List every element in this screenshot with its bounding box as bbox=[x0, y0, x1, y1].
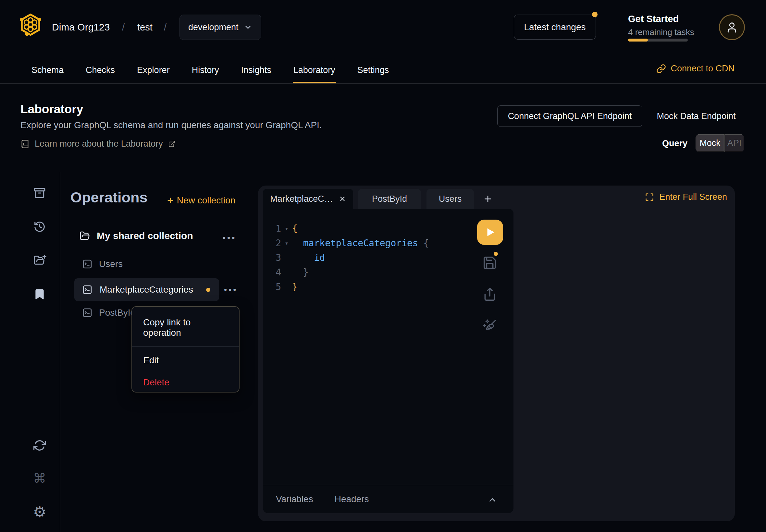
connect-graphql-endpoint-button[interactable]: Connect GraphQL API Endpoint bbox=[497, 105, 642, 127]
fold-arrow[interactable]: ▾ bbox=[281, 221, 292, 236]
learn-more-link[interactable]: Learn more about the Laboratory bbox=[20, 139, 176, 149]
editor-tab-marketplacecategories[interactable]: MarketplaceC… bbox=[263, 189, 353, 209]
query-code[interactable]: 1▾{ 2▾ marketplaceCategories { 3 id 4 } … bbox=[268, 221, 429, 294]
page-title: Laboratory bbox=[20, 103, 83, 116]
variables-headers-bar: Variables Headers bbox=[263, 485, 514, 513]
page-description: Explore your GraphQL schema and run quer… bbox=[20, 120, 322, 130]
operation-item-postbyid[interactable]: PostById bbox=[82, 308, 135, 318]
toggle-option-api[interactable]: API bbox=[724, 134, 744, 152]
toggle-option-mock[interactable]: Mock bbox=[696, 134, 724, 152]
fold-arrow[interactable]: ▾ bbox=[281, 236, 292, 250]
enter-fullscreen-button[interactable]: Enter Full Screen bbox=[645, 192, 727, 202]
operation-item-users[interactable]: Users bbox=[82, 259, 123, 269]
collection-name: My shared collection bbox=[97, 230, 193, 241]
share-operation-button[interactable] bbox=[483, 287, 497, 301]
run-query-button[interactable] bbox=[477, 220, 503, 245]
menu-item-edit[interactable]: Edit bbox=[132, 349, 239, 371]
menu-item-delete[interactable]: Delete bbox=[132, 371, 239, 393]
tab-settings[interactable]: Settings bbox=[357, 58, 390, 83]
code-line: 1▾{ bbox=[268, 221, 429, 236]
tab-schema[interactable]: Schema bbox=[31, 58, 64, 83]
get-started-title[interactable]: Get Started bbox=[628, 14, 679, 24]
tab-variables[interactable]: Variables bbox=[276, 494, 313, 504]
environment-select[interactable]: development bbox=[179, 15, 261, 40]
get-started-subtitle: 4 remaining tasks bbox=[628, 27, 694, 37]
book-icon bbox=[20, 139, 30, 149]
editor-tab-postbyid[interactable]: PostById bbox=[358, 189, 421, 209]
operation-item-marketplacecategories[interactable]: MarketplaceCategories bbox=[74, 278, 219, 301]
command-palette-icon[interactable]: ⌘ bbox=[32, 471, 47, 485]
tab-laboratory[interactable]: Laboratory bbox=[293, 58, 336, 83]
new-folder-icon[interactable] bbox=[33, 254, 46, 266]
context-menu: Copy link to operation Edit Delete bbox=[131, 306, 239, 393]
sidebar-divider bbox=[60, 172, 60, 532]
folder-open-icon bbox=[79, 231, 90, 241]
refresh-icon[interactable] bbox=[33, 439, 46, 452]
save-operation-button[interactable] bbox=[482, 255, 497, 270]
get-started-progressbar bbox=[628, 39, 688, 42]
connect-to-cdn-link[interactable]: Connect to CDN bbox=[656, 64, 735, 74]
new-collection-button[interactable]: + New collection bbox=[167, 194, 235, 207]
breadcrumb-separator: / bbox=[164, 22, 166, 33]
latest-changes-button[interactable]: Latest changes bbox=[514, 15, 596, 40]
chevron-up-icon bbox=[488, 495, 497, 505]
add-tab-button[interactable] bbox=[480, 191, 496, 207]
unsaved-changes-dot bbox=[206, 288, 210, 292]
mock-data-endpoint-button[interactable]: Mock Data Endpoint bbox=[655, 105, 737, 127]
settings-gear-icon[interactable]: ⚙ bbox=[32, 505, 47, 519]
editor-tab-users[interactable]: Users bbox=[427, 189, 474, 209]
operation-menu-button[interactable]: ••• bbox=[224, 285, 237, 295]
bookmark-icon[interactable] bbox=[33, 288, 46, 300]
plus-icon bbox=[483, 194, 493, 204]
chevron-down-icon bbox=[244, 23, 252, 31]
code-line: 5} bbox=[268, 280, 429, 294]
collapse-panel-button[interactable] bbox=[488, 495, 497, 505]
tab-headers[interactable]: Headers bbox=[334, 494, 369, 504]
user-avatar[interactable] bbox=[719, 14, 745, 40]
collection-menu-button[interactable]: ••• bbox=[223, 233, 236, 243]
breadcrumb-project[interactable]: test bbox=[137, 22, 152, 33]
tab-checks[interactable]: Checks bbox=[85, 58, 115, 83]
play-icon bbox=[485, 227, 496, 238]
tab-history[interactable]: History bbox=[191, 58, 220, 83]
notification-dot bbox=[592, 12, 598, 17]
breadcrumb-org[interactable]: Dima Org123 bbox=[52, 22, 110, 33]
operation-terminal-icon bbox=[82, 284, 92, 295]
menu-item-copy-link[interactable]: Copy link to operation bbox=[132, 311, 239, 344]
operation-terminal-icon bbox=[82, 259, 92, 269]
plus-icon: + bbox=[167, 194, 174, 207]
menu-separator bbox=[132, 346, 239, 347]
code-line: 2▾ marketplaceCategories { bbox=[268, 236, 429, 250]
main-nav: Schema Checks Explorer History Insights … bbox=[0, 58, 766, 84]
collections-archive-icon[interactable] bbox=[33, 187, 46, 199]
operation-terminal-icon bbox=[82, 308, 92, 318]
user-icon bbox=[725, 21, 738, 34]
maximize-icon bbox=[645, 193, 654, 202]
prettify-broom-icon[interactable] bbox=[482, 318, 498, 334]
code-line: 3 id bbox=[268, 250, 429, 265]
external-link-icon bbox=[168, 140, 176, 148]
tab-insights[interactable]: Insights bbox=[240, 58, 272, 83]
tab-explorer[interactable]: Explorer bbox=[136, 58, 170, 83]
query-toggle-label: Query bbox=[662, 139, 687, 149]
hive-logo-icon[interactable] bbox=[19, 13, 42, 36]
breadcrumb-separator: / bbox=[122, 22, 125, 33]
operations-title: Operations bbox=[70, 189, 148, 206]
query-mode-toggle: Mock API bbox=[696, 134, 744, 152]
close-icon[interactable] bbox=[339, 195, 346, 202]
link-icon bbox=[656, 64, 666, 74]
code-line: 4 } bbox=[268, 265, 429, 280]
unsaved-changes-dot bbox=[494, 252, 498, 256]
history-icon[interactable] bbox=[33, 221, 46, 233]
environment-select-value: development bbox=[188, 22, 238, 32]
collection-header[interactable]: My shared collection bbox=[79, 230, 193, 241]
